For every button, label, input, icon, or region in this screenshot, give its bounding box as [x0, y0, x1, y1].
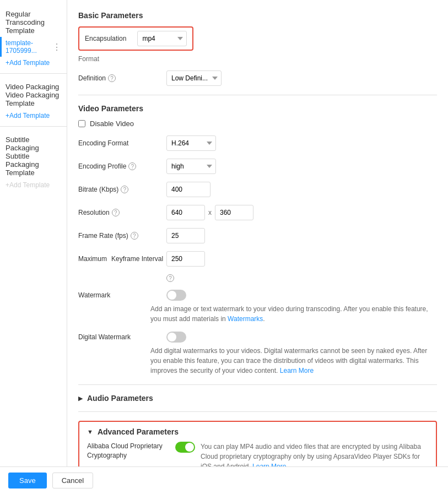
- bitrate-label: Bitrate (Kbps) ?: [78, 186, 166, 193]
- resolution-x-label: x: [208, 209, 212, 216]
- watermark-toggle[interactable]: [166, 290, 186, 301]
- sidebar-item-label: template-1705999...: [6, 39, 52, 55]
- audio-collapse-arrow: ▶: [78, 395, 83, 402]
- frame-rate-row: Frame Rate (fps) ?: [78, 228, 437, 243]
- video-params-divider: [78, 384, 437, 385]
- encapsulation-select[interactable]: mp4: [137, 31, 187, 46]
- bitrate-row: Bitrate (Kbps) ?: [78, 182, 437, 197]
- maximum-label: Maximum Keyframe Interval: [78, 255, 166, 263]
- advanced-collapse-arrow: ▼: [87, 428, 93, 435]
- alibaba-cloud-label: Alibaba Cloud Proprietary Cryptography: [87, 442, 175, 460]
- alibaba-cloud-toggle-slider: [175, 442, 195, 453]
- disable-video-row: Disable Video: [78, 120, 437, 128]
- main-content: Basic Parameters Encapsulation mp4 Forma…: [67, 0, 448, 494]
- format-label: Format: [78, 55, 437, 63]
- watermark-toggle-desc: [166, 290, 186, 301]
- sidebar-divider-1: [0, 73, 67, 74]
- disable-video-label: Disable Video: [90, 120, 134, 128]
- basic-params-divider: [78, 95, 437, 95]
- digital-watermark-label: Digital Watermark: [78, 333, 166, 341]
- watermark-toggle-slider: [166, 290, 186, 301]
- frame-rate-input[interactable]: [166, 228, 205, 243]
- keyframe-help-icon[interactable]: ?: [166, 274, 174, 282]
- sidebar-section-regular: Regular Transcoding Template template-17…: [0, 6, 67, 69]
- frame-rate-help-icon[interactable]: ?: [131, 232, 138, 240]
- sidebar-add-regular[interactable]: +Add Template: [0, 57, 67, 69]
- definition-select[interactable]: Low Defini...: [166, 70, 222, 86]
- sidebar: Regular Transcoding Template template-17…: [0, 0, 67, 494]
- definition-label: Definition ?: [78, 74, 166, 82]
- encapsulation-highlight-box: Encapsulation mp4: [78, 26, 193, 51]
- watermark-label: Watermark: [78, 291, 166, 299]
- sidebar-section-title-subtitle: Subtitle Packaging Subtitle Packaging Te…: [0, 131, 67, 179]
- digital-watermark-row: Digital Watermark: [78, 332, 437, 343]
- basic-params-title: Basic Parameters: [78, 11, 437, 20]
- digital-watermark-toggle[interactable]: [166, 332, 186, 343]
- disable-video-checkbox[interactable]: [78, 120, 85, 127]
- audio-params-divider: [78, 411, 437, 412]
- sidebar-divider-2: [0, 126, 67, 127]
- definition-row: Definition ? Low Defini...: [78, 70, 437, 86]
- definition-help-icon[interactable]: ?: [108, 74, 116, 82]
- alibaba-cloud-toggle[interactable]: [175, 442, 195, 453]
- save-button[interactable]: Save: [8, 473, 47, 488]
- resolution-height-input[interactable]: [215, 205, 253, 220]
- resolution-help-icon[interactable]: ?: [112, 209, 120, 216]
- digital-watermark-desc: Add digital watermarks to your videos. D…: [150, 346, 437, 376]
- encoding-format-label: Encoding Format: [78, 139, 166, 147]
- resolution-row: Resolution ? x: [78, 205, 437, 220]
- resolution-inputs: x: [166, 205, 253, 220]
- encoding-format-row: Encoding Format H.264: [78, 135, 437, 151]
- audio-params-collapse[interactable]: ▶ Audio Parameters: [78, 394, 437, 403]
- advanced-params-collapse[interactable]: ▼ Advanced Parameters: [87, 427, 428, 436]
- watermarks-link[interactable]: Watermarks: [228, 315, 263, 323]
- frame-rate-label: Frame Rate (fps) ?: [78, 232, 166, 240]
- digital-watermark-learn-more-link[interactable]: Learn More: [280, 367, 314, 374]
- maximum-keyframe-row: Maximum Keyframe Interval: [78, 251, 437, 267]
- encoding-format-select[interactable]: H.264: [166, 135, 216, 151]
- resolution-label: Resolution ?: [78, 209, 166, 216]
- sidebar-section-title-regular: Regular Transcoding Template: [0, 6, 67, 37]
- footer: Save Cancel: [0, 466, 448, 494]
- sidebar-add-video[interactable]: +Add Template: [0, 110, 67, 122]
- cancel-button[interactable]: Cancel: [52, 473, 93, 488]
- sidebar-section-title-video: Video Packaging Video Packaging Template: [0, 78, 67, 110]
- advanced-params-title: Advanced Parameters: [98, 427, 179, 436]
- encoding-profile-row: Encoding Profile ? high: [78, 159, 437, 174]
- maximum-input[interactable]: [166, 251, 205, 267]
- encoding-profile-help-icon[interactable]: ?: [128, 162, 136, 170]
- digital-watermark-desc-row: Add digital watermarks to your videos. D…: [78, 346, 437, 376]
- sidebar-add-subtitle: +Add Template: [0, 179, 67, 191]
- bitrate-help-icon[interactable]: ?: [121, 186, 128, 193]
- keyframe-help-row: ?: [78, 274, 437, 282]
- bitrate-input[interactable]: [166, 182, 210, 197]
- watermark-desc-row: Add an image or text watermark to your v…: [78, 304, 437, 324]
- encoding-profile-label: Encoding Profile ?: [78, 162, 166, 170]
- digital-watermark-toggle-slider: [166, 332, 186, 343]
- sidebar-section-video-packaging: Video Packaging Video Packaging Template…: [0, 78, 67, 122]
- encoding-profile-select[interactable]: high: [166, 159, 216, 174]
- encapsulation-label: Encapsulation: [85, 35, 126, 42]
- audio-params-title: Audio Parameters: [87, 394, 153, 403]
- video-params-title: Video Parameters: [78, 104, 437, 113]
- sidebar-item-template[interactable]: template-1705999... ⋮: [0, 37, 67, 57]
- resolution-width-input[interactable]: [166, 205, 205, 220]
- watermark-desc: Add an image or text watermark to your v…: [150, 304, 437, 324]
- sidebar-section-subtitle: Subtitle Packaging Subtitle Packaging Te…: [0, 131, 67, 191]
- more-icon[interactable]: ⋮: [52, 42, 61, 52]
- watermark-row: Watermark: [78, 290, 437, 301]
